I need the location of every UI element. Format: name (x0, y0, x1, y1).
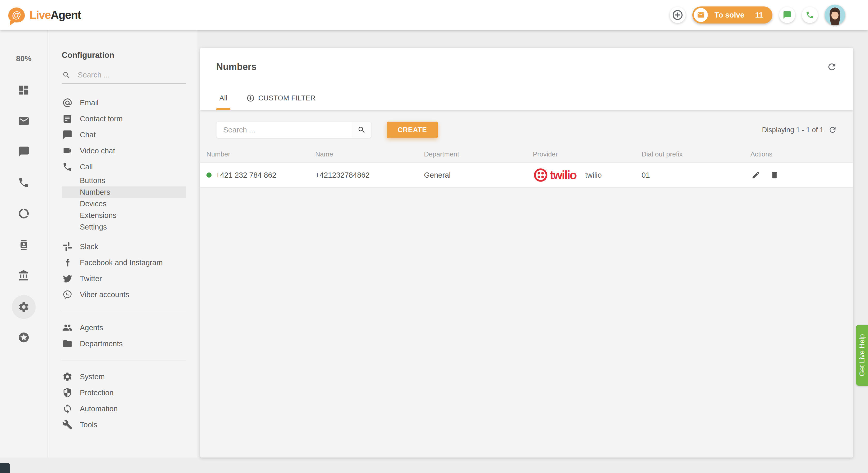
actions-cell (744, 170, 853, 180)
rail-item-calls[interactable] (16, 174, 32, 191)
menu-item-facebook-instagram[interactable]: Facebook and Instagram (62, 255, 186, 271)
tab-custom-filter[interactable]: CUSTOM FILTER (243, 86, 319, 110)
refresh-icon (827, 62, 837, 72)
menu-label: Automation (80, 405, 118, 413)
rail-item-reports[interactable] (16, 205, 32, 222)
column-header-number: Number (200, 150, 309, 158)
mail-icon (18, 115, 30, 127)
calls-button[interactable] (802, 7, 818, 23)
column-header-name: Name (309, 150, 418, 158)
mail-icon (697, 11, 705, 19)
tab-all[interactable]: All (216, 86, 230, 110)
page-title: Numbers (216, 62, 256, 72)
contact-card-icon (18, 239, 30, 251)
table-search-input[interactable] (216, 122, 352, 138)
list-refresh-button[interactable] (828, 126, 837, 134)
plus-circle-icon (246, 94, 255, 102)
slack-icon (62, 241, 72, 252)
add-new-button[interactable] (670, 7, 686, 23)
get-live-help-tab[interactable]: Get Live Help (856, 325, 868, 386)
to-solve-label: To solve (715, 11, 745, 20)
menu-label: System (80, 373, 105, 381)
toolbar-right: Displaying 1 - 1 of 1 (762, 126, 837, 134)
rail-item-configuration[interactable] (12, 295, 36, 319)
phone-icon (18, 177, 30, 189)
menu-label: Tools (80, 420, 97, 429)
at-icon (62, 98, 72, 108)
column-header-dial-out-prefix: Dial out prefix (636, 150, 744, 158)
menu-item-automation[interactable]: Automation (62, 401, 186, 417)
rail-item-company[interactable] (16, 267, 32, 284)
menu-item-contact-form[interactable]: Contact form (62, 111, 186, 127)
table-toolbar: CREATE Displaying 1 - 1 of 1 (200, 110, 853, 138)
top-header: @ LiveAgent To solve 11 (0, 0, 868, 30)
menu-item-twitter[interactable]: Twitter (62, 271, 186, 286)
liveagent-app: { "header": { "logo_at": "@", "brand_liv… (0, 0, 868, 473)
card-refresh-button[interactable] (827, 62, 837, 72)
table-search-button[interactable] (352, 122, 371, 138)
rail-item-contacts[interactable] (16, 237, 32, 253)
column-header-department: Department (418, 150, 526, 158)
create-button[interactable]: CREATE (387, 122, 438, 138)
phone-icon (62, 162, 72, 172)
menu-item-slack[interactable]: Slack (62, 239, 186, 255)
wrench-icon (62, 419, 72, 430)
submenu-item-devices[interactable]: Devices (62, 198, 186, 210)
menu-label: Chat (80, 131, 96, 139)
menu-label: Email (80, 99, 99, 107)
search-icon (62, 71, 70, 79)
menu-item-video-chat[interactable]: Video chat (62, 143, 186, 159)
gear-icon (18, 301, 30, 313)
displaying-count: Displaying 1 - 1 of 1 (762, 126, 824, 134)
rail-item-tickets[interactable] (16, 113, 32, 129)
menu-item-viber[interactable]: Viber accounts (62, 286, 186, 303)
submenu-item-settings[interactable]: Settings (62, 221, 186, 233)
to-solve-button[interactable]: To solve 11 (692, 6, 772, 24)
chats-button[interactable] (779, 7, 795, 23)
corner-widget[interactable] (0, 463, 10, 473)
submenu-item-extensions[interactable]: Extensions (62, 210, 186, 221)
menu-item-tools[interactable]: Tools (62, 417, 186, 433)
brand-agent: Agent (51, 8, 81, 21)
submenu-item-numbers[interactable]: Numbers (62, 187, 186, 198)
table-row[interactable]: +421 232 784 862 +421232784862 General t… (200, 162, 853, 188)
delete-button[interactable] (769, 170, 780, 180)
chat-bubble-icon (783, 10, 792, 20)
table-search (216, 122, 371, 138)
search-icon (358, 126, 366, 134)
configuration-search-input[interactable] (78, 71, 185, 79)
menu-item-protection[interactable]: Protection (62, 385, 186, 401)
menu-item-agents[interactable]: Agents (62, 319, 186, 336)
liveagent-logo[interactable]: @ LiveAgent (8, 7, 81, 23)
people-icon (62, 323, 72, 333)
menu-item-call[interactable]: Call (62, 159, 186, 175)
number-cell: +421 232 784 862 (200, 171, 309, 179)
chat-bubble-icon (62, 130, 72, 140)
menu-divider (62, 311, 186, 311)
rail-item-chats[interactable] (16, 143, 32, 160)
menu-item-chat[interactable]: Chat (62, 127, 186, 143)
table-empty-space (200, 188, 853, 458)
menu-label: Agents (80, 324, 103, 332)
twilio-logo: twilio (533, 167, 576, 183)
bank-icon (18, 270, 30, 281)
edit-button[interactable] (750, 170, 761, 180)
menu-group-gap (62, 233, 186, 239)
table-header-row: Number Name Department Provider Dial out… (200, 146, 853, 162)
menu-item-email[interactable]: Email (62, 95, 186, 111)
refresh-icon (828, 126, 837, 134)
menu-label: Facebook and Instagram (80, 259, 163, 267)
menu-item-departments[interactable]: Departments (62, 336, 186, 352)
user-avatar[interactable] (825, 5, 845, 25)
pencil-icon (751, 171, 760, 179)
facebook-icon (62, 258, 72, 268)
submenu-label: Numbers (80, 188, 110, 197)
menu-item-system[interactable]: System (62, 369, 186, 385)
menu-divider (62, 360, 186, 361)
rail-item-starred[interactable] (16, 329, 32, 346)
submenu-item-buttons[interactable]: Buttons (62, 175, 186, 187)
plus-circle-icon (672, 9, 684, 21)
rail-item-dashboard[interactable] (16, 82, 32, 98)
to-solve-envelope-badge (694, 8, 708, 22)
submenu-label: Buttons (80, 176, 105, 185)
